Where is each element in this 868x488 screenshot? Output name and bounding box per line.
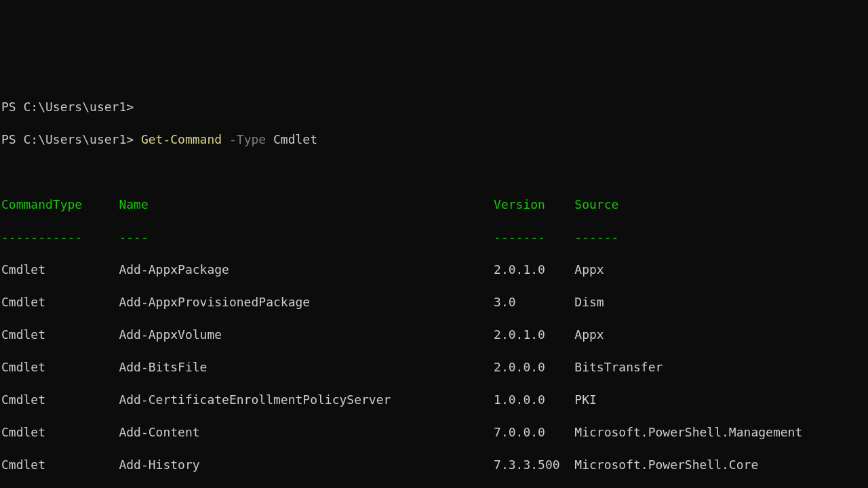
cell-name: Add-Content: [119, 425, 494, 439]
cell-version: 1.0.0.0: [494, 392, 574, 407]
cell-commandtype: Cmdlet: [1, 425, 119, 439]
underline-source: ------: [574, 230, 618, 244]
cell-commandtype: Cmdlet: [1, 458, 119, 472]
command-parameter: -Type: [229, 132, 266, 146]
cell-commandtype: Cmdlet: [1, 327, 119, 342]
table-row: Cmdlet Add-CertificateEnrollmentPolicySe…: [1, 392, 867, 408]
cell-version: 3.0: [494, 295, 574, 309]
cell-commandtype: Cmdlet: [1, 295, 119, 309]
output-rows: Cmdlet Add-AppxPackage 2.0.1.0 Appx Cmdl…: [1, 262, 867, 488]
cell-source: Microsoft.PowerShell.Management: [574, 425, 802, 439]
header-source: Source: [574, 197, 618, 211]
cell-version: 2.0.1.0: [494, 327, 574, 342]
cell-commandtype: Cmdlet: [1, 360, 119, 374]
cell-commandtype: Cmdlet: [1, 262, 119, 277]
cell-version: 2.0.1.0: [494, 262, 574, 277]
cell-name: Add-AppxProvisionedPackage: [119, 295, 494, 309]
cell-name: Add-BitsFile: [119, 360, 494, 374]
command-name: Get-Command: [141, 132, 222, 146]
table-row: Cmdlet Add-AppxVolume 2.0.1.0 Appx: [1, 327, 867, 343]
table-row: Cmdlet Add-BitsFile 2.0.0.0 BitsTransfer: [1, 359, 867, 375]
table-row: Cmdlet Add-AppxProvisionedPackage 3.0 Di…: [1, 294, 867, 310]
prompt-line-2: PS C:\Users\user1> Get-Command -Type Cmd…: [1, 131, 867, 148]
header-name: Name: [119, 197, 494, 211]
header-underline-row: ----------- ---- ------- ------: [1, 229, 867, 245]
header-row: CommandType Name Version Source: [1, 197, 867, 213]
cell-commandtype: Cmdlet: [1, 392, 119, 407]
underline-name: ----: [119, 230, 494, 244]
underline-version: -------: [494, 230, 574, 244]
cell-source: Microsoft.PowerShell.Core: [574, 458, 758, 472]
cell-name: Add-History: [119, 458, 494, 472]
prompt-prefix: PS C:\Users\user1>: [1, 132, 141, 146]
command-argument: Cmdlet: [273, 132, 317, 146]
cell-version: 7.3.3.500: [494, 458, 574, 472]
cell-source: PKI: [574, 392, 597, 407]
table-row: Cmdlet Add-Content 7.0.0.0 Microsoft.Pow…: [1, 424, 867, 441]
underline-commandtype: -----------: [1, 230, 119, 244]
cell-source: Dism: [574, 295, 604, 309]
cell-version: 2.0.0.0: [494, 360, 574, 374]
table-row: Cmdlet Add-AppxPackage 2.0.1.0 Appx: [1, 262, 867, 278]
prompt-line-1: PS C:\Users\user1>: [1, 99, 867, 115]
cell-source: Appx: [574, 327, 604, 342]
cell-source: Appx: [574, 262, 604, 277]
cell-name: Add-AppxPackage: [119, 262, 494, 277]
cell-name: Add-AppxVolume: [119, 327, 494, 342]
cell-version: 7.0.0.0: [494, 425, 574, 439]
header-version: Version: [494, 197, 574, 211]
header-commandtype: CommandType: [1, 197, 119, 211]
blank-line: [1, 164, 867, 180]
cell-name: Add-CertificateEnrollmentPolicyServer: [119, 392, 494, 407]
table-row: Cmdlet Add-History 7.3.3.500 Microsoft.P…: [1, 457, 867, 473]
cell-source: BitsTransfer: [574, 360, 663, 374]
terminal[interactable]: PS C:\Users\user1> PS C:\Users\user1> Ge…: [0, 81, 868, 488]
